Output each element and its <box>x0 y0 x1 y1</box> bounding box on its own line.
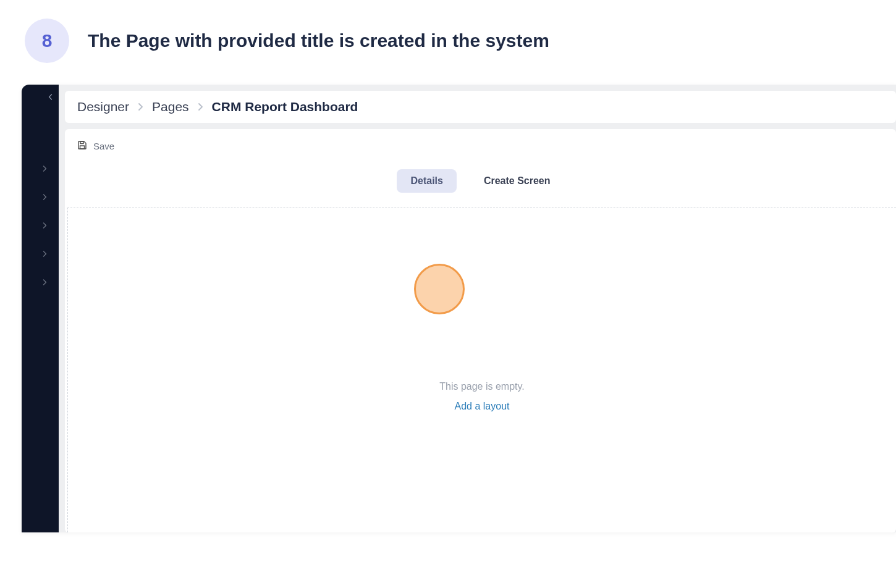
tab-details[interactable]: Details <box>397 169 456 193</box>
tab-create-screen[interactable]: Create Screen <box>470 169 564 193</box>
content-panel: Save Details Create Screen This page is … <box>65 129 896 532</box>
svg-rect-1 <box>80 141 83 144</box>
chevron-right-icon <box>41 163 48 174</box>
add-layout-link[interactable]: Add a layout <box>439 401 525 412</box>
step-header: 8 The Page with provided title is create… <box>0 19 896 85</box>
breadcrumb-link-designer[interactable]: Designer <box>77 99 129 114</box>
breadcrumb-current: CRM Report Dashboard <box>212 99 358 114</box>
canvas-area[interactable]: This page is empty. Add a layout <box>67 208 896 532</box>
app-frame: Designer Pages CRM Report Dashboard <box>22 85 896 532</box>
chevron-left-icon <box>48 91 54 103</box>
tab-label: Create Screen <box>484 175 551 186</box>
chevron-right-icon <box>41 277 48 288</box>
step-title: The Page with provided title is created … <box>88 30 549 51</box>
sidebar-collapse-button[interactable] <box>22 90 59 104</box>
chevron-right-icon <box>41 191 48 203</box>
save-button-label: Save <box>93 141 114 151</box>
sidebar-item-3[interactable] <box>22 220 59 231</box>
step-number: 8 <box>42 30 53 51</box>
breadcrumb-link-pages[interactable]: Pages <box>152 99 189 114</box>
chevron-right-icon <box>41 220 48 231</box>
sidebar-item-2[interactable] <box>22 191 59 203</box>
sidebar-items <box>22 163 59 288</box>
toolbar: Save <box>65 140 896 163</box>
sidebar-item-1[interactable] <box>22 163 59 174</box>
svg-rect-0 <box>80 146 85 149</box>
chevron-right-icon <box>138 103 143 111</box>
sidebar-item-5[interactable] <box>22 277 59 288</box>
tabs: Details Create Screen <box>65 163 896 208</box>
highlight-annotation <box>414 264 465 314</box>
breadcrumb: Designer Pages CRM Report Dashboard <box>65 91 896 123</box>
save-button[interactable]: Save <box>77 140 114 152</box>
empty-state: This page is empty. Add a layout <box>439 381 525 412</box>
sidebar <box>22 85 59 532</box>
tab-label: Details <box>410 175 442 186</box>
empty-state-message: This page is empty. <box>439 381 525 392</box>
save-icon <box>77 140 87 152</box>
sidebar-item-4[interactable] <box>22 248 59 259</box>
main-area: Designer Pages CRM Report Dashboard <box>59 85 896 532</box>
step-number-badge: 8 <box>25 19 69 63</box>
chevron-right-icon <box>41 248 48 259</box>
chevron-right-icon <box>198 103 203 111</box>
page-container: 8 The Page with provided title is create… <box>0 0 896 588</box>
